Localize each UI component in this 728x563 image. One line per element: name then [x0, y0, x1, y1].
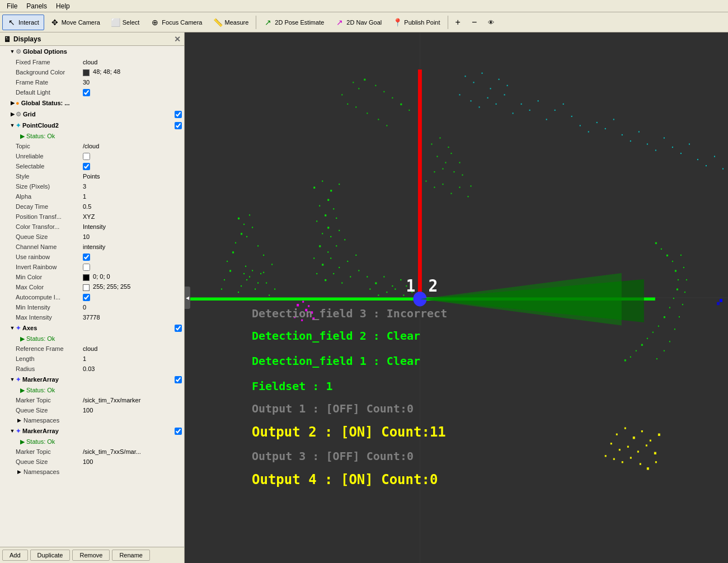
svg-rect-125 [369, 288, 370, 289]
global-options-icon: ⚙ [16, 48, 21, 55]
svg-rect-14 [245, 266, 246, 267]
max-intensity-value[interactable]: 37778 [83, 314, 182, 321]
autocompute-checkbox[interactable] [83, 294, 90, 301]
marker-array-2-checkbox[interactable] [175, 428, 182, 435]
duplicate-button[interactable]: Duplicate [30, 550, 71, 561]
size-pixels-value[interactable]: 3 [83, 183, 182, 190]
panel-close-button[interactable]: ✕ [174, 35, 181, 44]
svg-rect-100 [327, 227, 329, 228]
svg-rect-94 [327, 199, 329, 201]
queue-size-value[interactable]: 10 [83, 233, 182, 240]
background-color-value[interactable]: 48; 48; 48 [83, 68, 182, 76]
ma1-queue-value[interactable]: 100 [83, 407, 182, 414]
focus-camera-button[interactable]: ⊕ Focus Camera [145, 15, 207, 30]
global-options-arrow[interactable] [9, 48, 16, 55]
grid-arrow[interactable] [9, 111, 16, 118]
axes-radius-value[interactable]: 0.03 [83, 365, 182, 372]
pose-estimate-label: 2D Pose Estimate [275, 19, 324, 26]
camera-button[interactable]: 👁 [483, 15, 499, 30]
reference-frame-value[interactable]: cloud [83, 345, 182, 352]
svg-rect-123 [392, 285, 393, 287]
pointcloud2-checkbox[interactable] [175, 122, 182, 129]
nav-goal-button[interactable]: ↗ 2D Nav Goal [330, 15, 387, 30]
remove-button[interactable]: Remove [72, 550, 110, 561]
grid-checkbox[interactable] [175, 111, 182, 118]
interact-button[interactable]: ↖ Interact [2, 15, 44, 30]
global-options-header[interactable]: ⚙ Global Options [0, 46, 184, 57]
axes-status-label: Status: Ok [26, 335, 55, 342]
frame-rate-value[interactable]: 30 [83, 79, 182, 86]
alpha-value[interactable]: 1 [83, 193, 182, 200]
axes-label: Axes [22, 325, 37, 331]
svg-rect-193 [436, 156, 438, 157]
svg-rect-172 [613, 458, 615, 460]
ma2-namespaces-arrow[interactable] [16, 468, 22, 475]
svg-rect-113 [355, 255, 356, 256]
publish-point-button[interactable]: 📍 Publish Point [388, 15, 445, 30]
marker-array-2-arrow[interactable] [9, 428, 16, 434]
svg-text:2: 2 [428, 276, 438, 296]
global-status-header[interactable]: ● Global Status: ... [0, 97, 184, 109]
select-button[interactable]: ⬜ Select [106, 15, 145, 30]
position-transf-value[interactable]: XYZ [83, 213, 182, 220]
marker-array-1-checkbox[interactable] [175, 376, 182, 383]
marker-array-1-header[interactable]: ✦ MarkerArray [0, 374, 184, 385]
move-camera-button[interactable]: ✥ Move Camera [45, 15, 105, 30]
panel-header: 🖥 Displays ✕ [0, 32, 184, 46]
svg-rect-160 [624, 427, 626, 429]
ma1-queue-label: Queue Size [16, 407, 83, 414]
svg-rect-85 [689, 143, 690, 144]
decay-time-value[interactable]: 0.5 [83, 203, 182, 210]
menu-panels[interactable]: Panels [22, 1, 51, 11]
default-light-checkbox[interactable] [83, 89, 90, 96]
menu-file[interactable]: File [2, 1, 22, 11]
grid-header[interactable]: ⚙ Grid [0, 109, 184, 120]
plus-button[interactable]: + [450, 15, 466, 30]
axes-length-value[interactable]: 1 [83, 355, 182, 362]
topic-value[interactable]: /cloud [83, 143, 182, 149]
marker-array-1-arrow[interactable] [9, 376, 16, 383]
unreliable-checkbox[interactable] [83, 153, 90, 160]
svg-rect-17 [263, 272, 264, 273]
marker-array-2-header[interactable]: ✦ MarkerArray [0, 425, 184, 437]
svg-rect-88 [714, 156, 715, 157]
pointcloud2-header[interactable]: ✦ PointCloud2 [0, 120, 184, 131]
channel-name-value[interactable]: intensity [83, 243, 182, 250]
ma1-namespaces-arrow[interactable] [16, 417, 22, 424]
svg-rect-173 [622, 461, 623, 463]
ma1-topic-value[interactable]: /sick_tim_7xx/marker [83, 397, 182, 404]
menu-help[interactable]: Help [51, 1, 74, 11]
add-button[interactable]: Add [2, 550, 28, 561]
measure-button[interactable]: 📏 Measure [208, 15, 253, 30]
use-rainbow-checkbox[interactable] [83, 254, 90, 261]
max-color-value[interactable]: 255; 255; 255 [83, 283, 182, 290]
axes-checkbox[interactable] [175, 325, 182, 332]
global-status-label: Global Status: ... [21, 100, 70, 106]
ma2-topic-value[interactable]: /sick_tim_7xxS/mar... [83, 448, 182, 455]
style-value[interactable]: Points [83, 173, 182, 180]
separator-1 [256, 16, 256, 29]
min-intensity-value[interactable]: 0 [83, 304, 182, 311]
pose-estimate-button[interactable]: ↗ 2D Pose Estimate [259, 15, 329, 30]
panel-collapse-handle[interactable]: ◀ [185, 287, 190, 309]
ma2-queue-value[interactable]: 100 [83, 458, 182, 465]
fixed-frame-value[interactable]: cloud [83, 59, 182, 65]
rename-button[interactable]: Rename [112, 550, 150, 561]
3d-view[interactable]: ◀ 1 2 [185, 32, 728, 563]
axes-header[interactable]: ✦ Axes [0, 322, 184, 334]
color-transf-value[interactable]: Intensity [83, 223, 182, 230]
global-status-arrow[interactable] [9, 100, 16, 106]
selectable-checkbox[interactable] [83, 163, 90, 170]
min-color-value[interactable]: 0; 0; 0 [83, 273, 182, 280]
svg-rect-156 [669, 341, 670, 342]
ma1-queue-row: Queue Size 100 [0, 405, 184, 415]
pointcloud2-arrow[interactable] [9, 122, 16, 129]
max-color-text: 255; 255; 255 [93, 283, 130, 290]
svg-rect-42 [375, 85, 376, 86]
ma1-topic-label: Marker Topic [16, 397, 83, 404]
axes-arrow[interactable] [9, 325, 16, 331]
minus-button[interactable]: − [467, 15, 482, 30]
invert-rainbow-checkbox[interactable] [83, 264, 90, 271]
reference-frame-row: Reference Frame cloud [0, 344, 184, 354]
svg-rect-161 [633, 437, 635, 439]
